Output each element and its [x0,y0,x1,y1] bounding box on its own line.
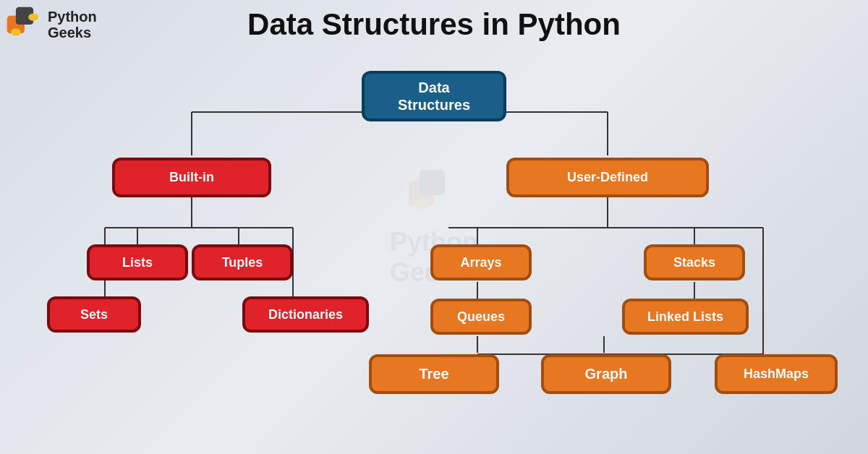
node-dicts-label: Dictionaries [268,307,343,322]
node-root-label: Data Structures [398,79,470,113]
node-graph: Graph [541,354,671,394]
node-linkedlists: Linked Lists [622,299,749,335]
node-stacks: Stacks [644,244,745,280]
node-lists: Lists [87,244,188,280]
node-hashmaps: HashMaps [715,354,838,394]
node-sets-label: Sets [80,307,108,322]
node-queues-label: Queues [457,309,505,325]
svg-rect-1 [420,170,445,195]
node-tree: Tree [369,354,499,394]
node-graph-label: Graph [585,366,628,382]
node-queues: Queues [430,299,532,335]
node-tuples: Tuples [192,244,293,280]
node-tree-label: Tree [419,366,448,382]
node-linkedlists-label: Linked Lists [647,309,723,325]
node-hashmaps-label: HashMaps [744,367,809,382]
node-builtin: Built-in [112,158,271,197]
node-dicts: Dictionaries [242,296,369,333]
node-userdefined-label: User-Defined [567,170,648,185]
node-arrays-label: Arrays [460,255,501,270]
page-title: Data Structures in Python [0,7,868,42]
svg-rect-0 [409,181,434,206]
svg-point-2 [414,199,428,209]
node-arrays: Arrays [430,244,532,280]
node-lists-label: Lists [122,255,153,270]
node-root: Data Structures [362,71,506,121]
node-sets: Sets [47,296,141,333]
node-userdefined: User-Defined [506,158,709,197]
node-tuples-label: Tuples [222,255,263,270]
node-stacks-label: Stacks [673,255,715,270]
node-builtin-label: Built-in [169,170,214,185]
